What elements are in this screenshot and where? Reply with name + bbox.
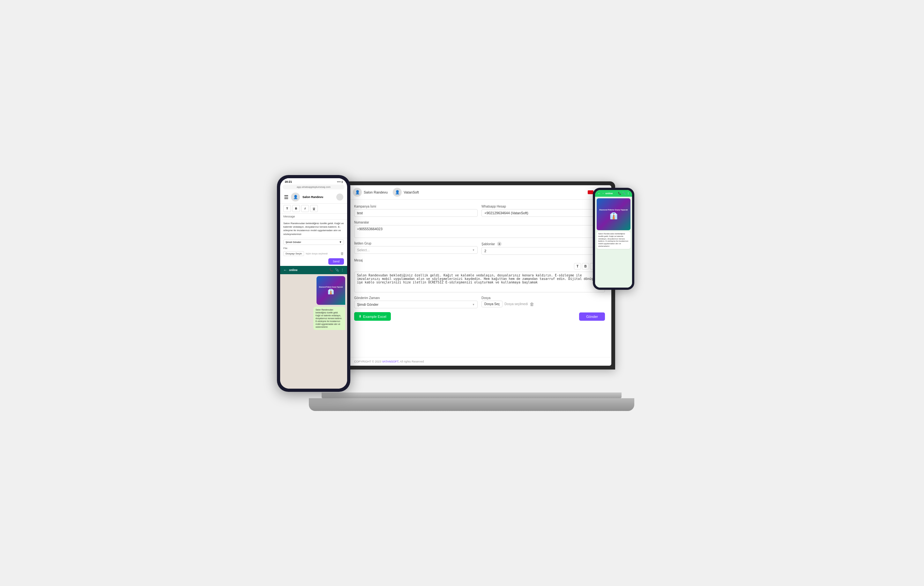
phone-toolbar-U[interactable]: U — [310, 205, 318, 212]
phone-time: 16:21 — [285, 180, 292, 183]
file-name-text: Dosya seçilmedi — [505, 302, 528, 306]
chat-bubble-text: Salon Randevudan beklediğiniz özellik ge… — [597, 232, 630, 249]
iletilen-placeholder: Select... — [357, 248, 370, 252]
chat-back-icon[interactable]: ← — [597, 192, 601, 195]
numaralar-input[interactable]: +905553664023 ⬆ — [354, 225, 605, 238]
phone-file-label: File — [280, 246, 347, 250]
send-button[interactable]: Gönder — [579, 313, 605, 321]
chat-img-person: 👔 — [610, 212, 618, 220]
phone-menu-icon[interactable]: ☰ — [284, 194, 289, 200]
mesaj-toolbar: T B I U — [354, 263, 605, 269]
phone-toolbar-T[interactable]: T — [283, 205, 291, 212]
nav-user-salon[interactable]: 👤 Salon Randevu — [353, 188, 388, 197]
battery-icon: ▮ — [342, 181, 343, 183]
main-content: 👤 Salon Randevu 👤 VatanSoft Turkish — [348, 185, 611, 366]
gonderim-select[interactable]: Şimdi Gönder ▼ — [354, 301, 478, 308]
top-nav: 👤 Salon Randevu 👤 VatanSoft Turkish — [348, 185, 611, 199]
sablonlar-label: Şablonlar + — [482, 242, 605, 246]
chat-phone: ← ← online 📞 📎 ⋮ Diamond Pakete Geçiş Ya… — [593, 188, 634, 290]
laptop: ☰ ⊞ ◀ ✉ ≡ ➤ 📅 👤 📞 ↩ 📄 👤 👤 ◎ ⚙ — [328, 181, 615, 417]
chat-title: ← online — [602, 192, 613, 195]
whatsapp-value: +902129634644 (VatanSoft) — [484, 211, 528, 215]
copyright-brand: VATANSOFT — [382, 360, 399, 363]
iletilen-arrow-icon: ▼ — [472, 249, 475, 252]
avatar-vatansoft: 👤 — [393, 188, 402, 197]
wa-title: online — [289, 268, 298, 272]
phone-inner: 16:21 ▾▾▾ ▮ app.whatsapptoplumesaj.com ☰… — [280, 178, 347, 388]
phone-avatar: 👤 — [291, 193, 300, 201]
dosya-label: Dosya — [482, 296, 605, 300]
kampanya-group: Kampanya İsmi test — [354, 205, 478, 217]
chat-more-icon[interactable]: ⋮ — [627, 192, 630, 195]
mesaj-label: Mesaj — [354, 258, 605, 262]
wa-call-icon[interactable]: 📞 — [329, 268, 333, 272]
form-area: Kampanya İsmi test Whatsapp Hesap +90212… — [348, 199, 611, 357]
wa-text-bubble: Salon Randevudan beklediğiniz özellik ge… — [314, 307, 345, 330]
sablonlar-group: Şablonlar + 2 ▼ — [482, 242, 605, 255]
phone-time-select[interactable]: Şimdi Gönder ▼ — [283, 239, 344, 245]
chat-call-icon[interactable]: 📞 — [618, 192, 621, 195]
form-row-1: Kampanya İsmi test Whatsapp Hesap +90212… — [354, 205, 605, 217]
phone-msg-label: Message — [280, 214, 347, 220]
phone-delete-icon[interactable]: 🗑 — [340, 252, 344, 255]
phone-url-bar: app.whatsapptoplumesaj.com — [283, 184, 345, 189]
kampanya-input[interactable]: test — [354, 209, 478, 217]
numaralar-group: Numaralar +905553664023 ⬆ — [354, 221, 605, 238]
phone-app-title: Salon Randevu — [302, 196, 323, 199]
form-row-2: Numaralar +905553664023 ⬆ — [354, 221, 605, 238]
iletilen-select[interactable]: Select... ▼ — [354, 246, 478, 254]
wa-more-icon[interactable]: ⋮ — [341, 268, 344, 272]
laptop-bottom — [309, 398, 634, 411]
chat-icons: 📞 📎 ⋮ — [618, 192, 630, 195]
phone-file-row: Dosyayı Seçin hiçbir dosya seçilmedi 🗑 — [280, 250, 347, 257]
mesaj-textarea[interactable] — [354, 272, 605, 292]
wa-attach-icon[interactable]: 📎 — [335, 268, 339, 272]
excel-button[interactable]: ⬇ Example Excel — [354, 312, 391, 321]
whatsapp-select[interactable]: +902129634644 (VatanSoft) ▼ — [482, 209, 605, 217]
sablonlar-value: 2 — [484, 249, 486, 253]
phone-time-value: Şimdi Gönder — [285, 241, 301, 244]
gonderim-arrow-icon: ▼ — [472, 303, 475, 306]
iletilen-label: İletilen Grup — [354, 242, 478, 245]
phone-app-header: ☰ 👤 Salon Randevu — [280, 191, 347, 204]
phone-toolbar-B[interactable]: B — [292, 205, 300, 212]
chat-header: ← ← online 📞 📎 ⋮ — [595, 190, 632, 197]
phone-toolbar-I[interactable]: I — [301, 205, 309, 212]
laptop-screen-frame: ☰ ⊞ ◀ ✉ ≡ ➤ 📅 👤 📞 ↩ 📄 👤 👤 ◎ ⚙ — [328, 181, 615, 370]
sablonlar-add-icon[interactable]: + — [497, 242, 502, 246]
phone-send-btn[interactable]: Send — [328, 258, 344, 265]
phone-time-arrow: ▼ — [339, 241, 342, 244]
phone-status-bar: 16:21 ▾▾▾ ▮ — [280, 178, 347, 184]
nav-user-vatansoft[interactable]: 👤 VatanSoft — [393, 188, 419, 197]
numaralar-label: Numaralar — [354, 221, 605, 224]
file-delete-icon[interactable]: 🗑 — [530, 301, 534, 307]
toolbar-T[interactable]: T — [574, 263, 581, 269]
sablonlar-select[interactable]: 2 ▼ — [482, 247, 605, 255]
mobile-phone: 16:21 ▾▾▾ ▮ app.whatsapptoplumesaj.com ☰… — [277, 175, 350, 392]
copyright: COPYRIGHT © 2023 VATANSOFT, All rights R… — [348, 357, 611, 366]
kampanya-label: Kampanya İsmi — [354, 205, 478, 208]
file-button[interactable]: Dosya Seç — [482, 301, 503, 307]
wa-chat-header: ← online 📞 📎 ⋮ — [280, 266, 347, 274]
whatsapp-label: Whatsapp Hesap — [482, 205, 605, 208]
form-row-3: İletilen Grup Select... ▼ Şablonlar + — [354, 242, 605, 255]
chat-attach-icon[interactable]: 📎 — [622, 192, 626, 195]
chat-image: Diamond Pakete Geçiş Yaparak 👔 — [597, 198, 630, 230]
chat-body: Diamond Pakete Geçiş Yaparak 👔 Salon Ran… — [595, 197, 632, 288]
phone-file-btn[interactable]: Dosyayı Seçin — [283, 251, 304, 256]
toolbar-B[interactable]: B — [582, 263, 589, 269]
iletilen-group: İletilen Grup Select... ▼ — [354, 242, 478, 255]
wa-action-icons: 📞 📎 ⋮ — [329, 268, 344, 272]
nav-label-salon: Salon Randevu — [364, 190, 388, 194]
gonderim-label: Gönderim Zamanı — [354, 296, 478, 300]
mesaj-group: Mesaj T B I U — [354, 258, 605, 292]
excel-icon: ⬇ — [359, 314, 361, 319]
chat-img-title: Diamond Pakete Geçiş Yaparak — [599, 209, 628, 211]
dosya-group: Dosya Dosya Seç Dosya seçilmedi 🗑 — [482, 296, 605, 308]
wa-back-icon[interactable]: ← — [283, 268, 287, 272]
file-row: Dosya Seç Dosya seçilmedi 🗑 — [482, 301, 605, 307]
phone-toolbar: T B I U — [280, 204, 347, 214]
phone-send-area: Send — [280, 257, 347, 266]
scene: ☰ ⊞ ◀ ✉ ≡ ➤ 📅 👤 📞 ↩ 📄 👤 👤 ◎ ⚙ — [271, 162, 653, 424]
phone-msg-text: Salon Randevudan beklediğiniz özellik ge… — [280, 220, 347, 238]
